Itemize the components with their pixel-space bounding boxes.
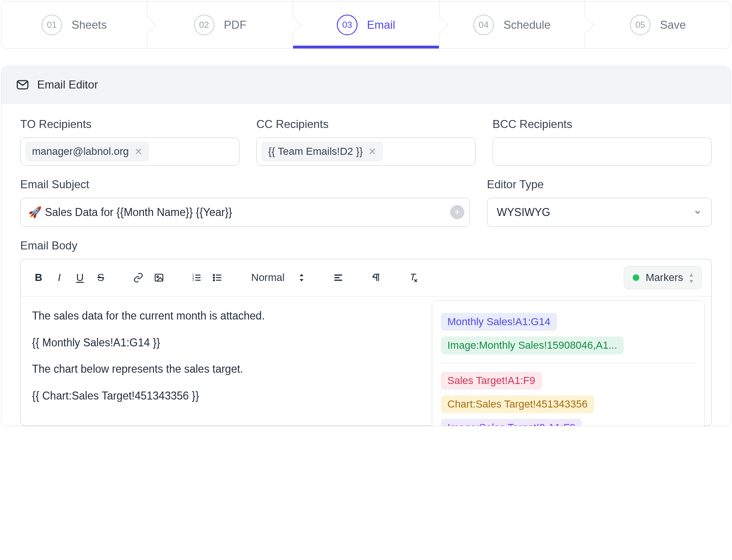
- text-direction-button[interactable]: [367, 269, 384, 286]
- marker-group: Sales Target!A1:F9 Chart:Sales Target!45…: [439, 368, 698, 426]
- add-marker-button[interactable]: +: [450, 205, 464, 219]
- sort-icon: [299, 274, 304, 281]
- to-label: TO Recipients: [20, 118, 239, 131]
- to-chip[interactable]: manager@labnol.org ✕: [25, 142, 149, 161]
- divider: [441, 363, 696, 363]
- heading-value: Normal: [251, 272, 285, 284]
- step-sheets[interactable]: 01 Sheets: [1, 1, 147, 48]
- underline-button[interactable]: U: [72, 269, 88, 286]
- panel-title: Email Editor: [37, 78, 98, 91]
- editor-type-field: Editor Type WYSIWYG: [487, 178, 712, 227]
- step-label: Save: [660, 18, 686, 32]
- subject-label: Email Subject: [20, 178, 470, 191]
- step-label: Email: [367, 18, 395, 32]
- marker-tag[interactable]: Image:Sales Target!0,A1:F9: [441, 419, 582, 426]
- strikethrough-button[interactable]: S: [92, 269, 109, 286]
- cc-recipients-field: CC Recipients {{ Team Emails!D2 }} ✕: [256, 118, 476, 166]
- marker-group: Monthly Sales!A1:G14 Image:Monthly Sales…: [439, 309, 698, 358]
- cc-input[interactable]: {{ Team Emails!D2 }} ✕: [256, 137, 476, 166]
- step-label: Sheets: [72, 18, 107, 32]
- step-number: 01: [41, 15, 62, 35]
- chip-text: {{ Team Emails!D2 }}: [268, 145, 363, 158]
- bold-button[interactable]: B: [30, 269, 47, 286]
- bcc-label: BCC Recipients: [493, 118, 712, 131]
- select-value: WYSIWYG: [497, 206, 550, 219]
- chip-remove-icon[interactable]: ✕: [368, 147, 376, 156]
- email-editor-panel: Email Editor TO Recipients manager@labno…: [1, 66, 731, 426]
- cc-label: CC Recipients: [256, 118, 476, 131]
- step-email[interactable]: 03 Email: [293, 1, 439, 48]
- marker-tag[interactable]: Chart:Sales Target!451343356: [441, 395, 594, 413]
- step-label: Schedule: [503, 18, 550, 32]
- wizard-stepper: 01 Sheets 02 PDF 03 Email 04 Schedule 05…: [1, 1, 731, 49]
- step-number: 03: [337, 15, 358, 35]
- svg-point-7: [213, 277, 215, 279]
- ordered-list-button[interactable]: 123: [188, 269, 205, 286]
- align-button[interactable]: [330, 269, 347, 286]
- markers-label: Markers: [646, 272, 683, 284]
- bcc-input[interactable]: [493, 137, 712, 166]
- to-recipients-field: TO Recipients manager@labnol.org ✕: [20, 118, 239, 166]
- status-led-icon: [633, 274, 639, 281]
- subject-input[interactable]: [20, 198, 470, 227]
- panel-body: TO Recipients manager@labnol.org ✕ CC Re…: [1, 104, 731, 426]
- step-number: 02: [194, 15, 215, 35]
- envelope-icon: [16, 78, 30, 92]
- marker-tag[interactable]: Image:Monthly Sales!15908046,A1...: [441, 336, 624, 354]
- cc-chip[interactable]: {{ Team Emails!D2 }} ✕: [262, 142, 383, 161]
- svg-point-8: [213, 280, 215, 281]
- step-schedule[interactable]: 04 Schedule: [439, 1, 585, 48]
- marker-tag[interactable]: Monthly Sales!A1:G14: [441, 313, 557, 331]
- editor-type-label: Editor Type: [487, 178, 712, 191]
- step-number: 04: [473, 15, 494, 35]
- clear-format-button[interactable]: [405, 269, 422, 286]
- svg-rect-1: [155, 274, 163, 281]
- rte-toolbar: B I U S 123 Nor: [20, 259, 712, 296]
- markers-toggle[interactable]: Markers ▴▾: [624, 266, 702, 289]
- chevron-down-icon: [693, 208, 702, 216]
- step-pdf[interactable]: 02 PDF: [147, 1, 293, 48]
- italic-button[interactable]: I: [51, 269, 68, 286]
- email-body-field: Email Body B I U S 123: [20, 239, 712, 426]
- body-label: Email Body: [20, 239, 712, 252]
- heading-select[interactable]: Normal: [247, 272, 309, 284]
- step-label: PDF: [224, 18, 247, 32]
- to-input[interactable]: manager@labnol.org ✕: [20, 137, 239, 166]
- step-number: 05: [630, 15, 651, 35]
- link-button[interactable]: [130, 269, 147, 286]
- svg-point-2: [157, 276, 159, 278]
- marker-tag[interactable]: Sales Target!A1:F9: [441, 372, 542, 390]
- markers-popover: Monthly Sales!A1:G14 Image:Monthly Sales…: [432, 300, 705, 426]
- svg-point-6: [213, 274, 215, 276]
- svg-text:3: 3: [192, 278, 194, 281]
- unordered-list-button[interactable]: [209, 269, 226, 286]
- step-save[interactable]: 05 Save: [585, 1, 731, 48]
- chip-text: manager@labnol.org: [32, 145, 129, 158]
- chip-remove-icon[interactable]: ✕: [135, 147, 143, 156]
- image-button[interactable]: [151, 269, 167, 286]
- panel-header: Email Editor: [1, 66, 731, 104]
- chevron-up-down-icon: ▴▾: [690, 271, 693, 284]
- bcc-recipients-field: BCC Recipients: [493, 118, 712, 166]
- email-subject-field: Email Subject +: [20, 178, 470, 227]
- editor-type-select[interactable]: WYSIWYG: [487, 198, 712, 227]
